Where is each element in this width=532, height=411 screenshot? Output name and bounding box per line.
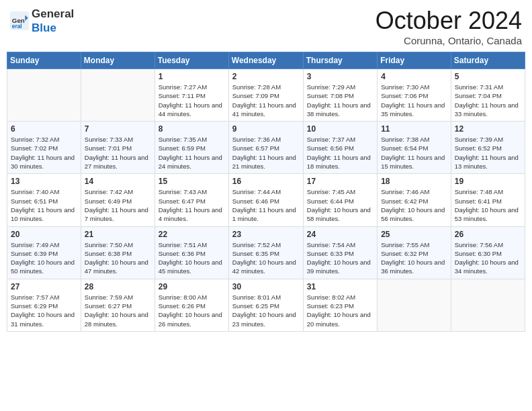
calendar-day-cell: 15Sunrise: 7:43 AM Sunset: 6:47 PM Dayli… [154, 174, 228, 226]
day-number: 19 [455, 177, 521, 186]
day-info: Sunrise: 7:45 AM Sunset: 6:44 PM Dayligh… [307, 187, 373, 223]
day-info: Sunrise: 7:42 AM Sunset: 6:49 PM Dayligh… [85, 187, 151, 223]
day-info: Sunrise: 8:01 AM Sunset: 6:25 PM Dayligh… [232, 293, 300, 328]
day-number: 26 [455, 230, 521, 239]
day-number: 18 [381, 177, 447, 186]
day-info: Sunrise: 8:00 AM Sunset: 6:26 PM Dayligh… [159, 293, 225, 328]
day-info: Sunrise: 7:30 AM Sunset: 7:06 PM Dayligh… [381, 83, 447, 118]
day-of-week-header: Wednesday [228, 52, 303, 69]
calendar-day-cell: 6Sunrise: 7:32 AM Sunset: 7:02 PM Daylig… [7, 122, 81, 174]
day-info: Sunrise: 8:02 AM Sunset: 6:23 PM Dayligh… [307, 293, 373, 328]
day-info: Sunrise: 7:46 AM Sunset: 6:42 PM Dayligh… [381, 187, 447, 223]
calendar-day-cell: 17Sunrise: 7:45 AM Sunset: 6:44 PM Dayli… [303, 174, 377, 226]
calendar-day-cell: 27Sunrise: 7:57 AM Sunset: 6:29 PM Dayli… [7, 279, 81, 331]
logo: Gen eral General Blue [10, 7, 74, 35]
day-info: Sunrise: 7:31 AM Sunset: 7:04 PM Dayligh… [455, 83, 521, 118]
svg-text:eral: eral [12, 23, 22, 30]
calendar-day-cell: 3Sunrise: 7:29 AM Sunset: 7:08 PM Daylig… [303, 69, 377, 122]
calendar-day-cell: 7Sunrise: 7:33 AM Sunset: 7:01 PM Daylig… [81, 122, 154, 174]
month-title: October 2024 [375, 7, 522, 35]
day-info: Sunrise: 7:44 AM Sunset: 6:46 PM Dayligh… [232, 187, 300, 223]
calendar-header-row: SundayMondayTuesdayWednesdayThursdayFrid… [7, 52, 525, 69]
day-number: 27 [11, 282, 77, 291]
day-info: Sunrise: 7:59 AM Sunset: 6:27 PM Dayligh… [85, 293, 151, 328]
page-header: Gen eral General Blue October 2024 Corun… [7, 7, 525, 46]
day-number: 30 [232, 282, 300, 291]
day-info: Sunrise: 7:37 AM Sunset: 6:56 PM Dayligh… [307, 135, 373, 171]
calendar-day-cell: 2Sunrise: 7:28 AM Sunset: 7:09 PM Daylig… [228, 69, 303, 122]
calendar-week-row: 6Sunrise: 7:32 AM Sunset: 7:02 PM Daylig… [7, 122, 525, 174]
calendar-day-cell: 26Sunrise: 7:56 AM Sunset: 6:30 PM Dayli… [451, 226, 525, 279]
title-block: October 2024 Corunna, Ontario, Canada [375, 7, 522, 46]
calendar-day-cell: 8Sunrise: 7:35 AM Sunset: 6:59 PM Daylig… [154, 122, 228, 174]
calendar-day-cell: 18Sunrise: 7:46 AM Sunset: 6:42 PM Dayli… [378, 174, 451, 226]
calendar-day-cell [7, 69, 81, 122]
day-number: 23 [232, 230, 300, 239]
day-info: Sunrise: 7:32 AM Sunset: 7:02 PM Dayligh… [11, 135, 77, 171]
calendar-day-cell: 30Sunrise: 8:01 AM Sunset: 6:25 PM Dayli… [228, 279, 303, 331]
day-info: Sunrise: 7:57 AM Sunset: 6:29 PM Dayligh… [11, 293, 77, 328]
day-info: Sunrise: 7:55 AM Sunset: 6:32 PM Dayligh… [381, 240, 447, 276]
day-info: Sunrise: 7:38 AM Sunset: 6:54 PM Dayligh… [381, 135, 447, 171]
calendar-day-cell: 16Sunrise: 7:44 AM Sunset: 6:46 PM Dayli… [228, 174, 303, 226]
day-number: 29 [159, 282, 225, 291]
day-of-week-header: Friday [378, 52, 451, 69]
day-of-week-header: Tuesday [154, 52, 228, 69]
calendar-day-cell [451, 279, 525, 331]
day-of-week-header: Sunday [7, 52, 81, 69]
day-info: Sunrise: 7:36 AM Sunset: 6:57 PM Dayligh… [232, 135, 300, 171]
calendar-day-cell: 25Sunrise: 7:55 AM Sunset: 6:32 PM Dayli… [378, 226, 451, 279]
day-number: 13 [11, 177, 77, 186]
day-number: 25 [381, 230, 447, 239]
day-number: 28 [85, 282, 151, 291]
day-info: Sunrise: 7:28 AM Sunset: 7:09 PM Dayligh… [232, 83, 300, 118]
day-number: 14 [85, 177, 151, 186]
day-number: 24 [307, 230, 373, 239]
calendar-day-cell: 20Sunrise: 7:49 AM Sunset: 6:39 PM Dayli… [7, 226, 81, 279]
calendar-week-row: 1Sunrise: 7:27 AM Sunset: 7:11 PM Daylig… [7, 69, 525, 122]
calendar-day-cell: 14Sunrise: 7:42 AM Sunset: 6:49 PM Dayli… [81, 174, 154, 226]
day-info: Sunrise: 7:33 AM Sunset: 7:01 PM Dayligh… [85, 135, 151, 171]
day-info: Sunrise: 7:49 AM Sunset: 6:39 PM Dayligh… [11, 240, 77, 276]
day-info: Sunrise: 7:56 AM Sunset: 6:30 PM Dayligh… [455, 240, 521, 276]
day-number: 3 [307, 72, 373, 81]
day-of-week-header: Monday [81, 52, 154, 69]
day-info: Sunrise: 7:39 AM Sunset: 6:52 PM Dayligh… [455, 135, 521, 171]
calendar-week-row: 27Sunrise: 7:57 AM Sunset: 6:29 PM Dayli… [7, 279, 525, 331]
calendar-day-cell: 5Sunrise: 7:31 AM Sunset: 7:04 PM Daylig… [451, 69, 525, 122]
calendar-day-cell: 10Sunrise: 7:37 AM Sunset: 6:56 PM Dayli… [303, 122, 377, 174]
calendar-day-cell: 12Sunrise: 7:39 AM Sunset: 6:52 PM Dayli… [451, 122, 525, 174]
day-info: Sunrise: 7:27 AM Sunset: 7:11 PM Dayligh… [159, 83, 225, 118]
day-info: Sunrise: 7:48 AM Sunset: 6:41 PM Dayligh… [455, 187, 521, 223]
day-number: 12 [455, 124, 521, 134]
day-number: 5 [455, 72, 521, 81]
day-number: 17 [307, 177, 373, 186]
day-info: Sunrise: 7:52 AM Sunset: 6:35 PM Dayligh… [232, 240, 300, 276]
day-number: 7 [85, 124, 151, 134]
day-number: 11 [381, 124, 447, 134]
calendar-day-cell: 29Sunrise: 8:00 AM Sunset: 6:26 PM Dayli… [154, 279, 228, 331]
day-number: 15 [159, 177, 225, 186]
calendar-day-cell [81, 69, 154, 122]
calendar-day-cell: 22Sunrise: 7:51 AM Sunset: 6:36 PM Dayli… [154, 226, 228, 279]
day-number: 2 [232, 72, 300, 81]
calendar-day-cell: 28Sunrise: 7:59 AM Sunset: 6:27 PM Dayli… [81, 279, 154, 331]
logo-icon: Gen eral [10, 11, 29, 30]
day-number: 9 [232, 124, 300, 134]
day-number: 22 [159, 230, 225, 239]
day-info: Sunrise: 7:43 AM Sunset: 6:47 PM Dayligh… [159, 187, 225, 223]
day-number: 6 [11, 124, 77, 134]
day-info: Sunrise: 7:50 AM Sunset: 6:38 PM Dayligh… [85, 240, 151, 276]
day-info: Sunrise: 7:40 AM Sunset: 6:51 PM Dayligh… [11, 187, 77, 223]
calendar-day-cell [378, 279, 451, 331]
calendar-day-cell: 13Sunrise: 7:40 AM Sunset: 6:51 PM Dayli… [7, 174, 81, 226]
day-info: Sunrise: 7:29 AM Sunset: 7:08 PM Dayligh… [307, 83, 373, 118]
location: Corunna, Ontario, Canada [375, 35, 522, 46]
day-number: 16 [232, 177, 300, 186]
day-info: Sunrise: 7:54 AM Sunset: 6:33 PM Dayligh… [307, 240, 373, 276]
calendar-day-cell: 21Sunrise: 7:50 AM Sunset: 6:38 PM Dayli… [81, 226, 154, 279]
day-of-week-header: Saturday [451, 52, 525, 69]
logo-blue-text: Blue [32, 21, 56, 34]
calendar-week-row: 13Sunrise: 7:40 AM Sunset: 6:51 PM Dayli… [7, 174, 525, 226]
day-number: 4 [381, 72, 447, 81]
